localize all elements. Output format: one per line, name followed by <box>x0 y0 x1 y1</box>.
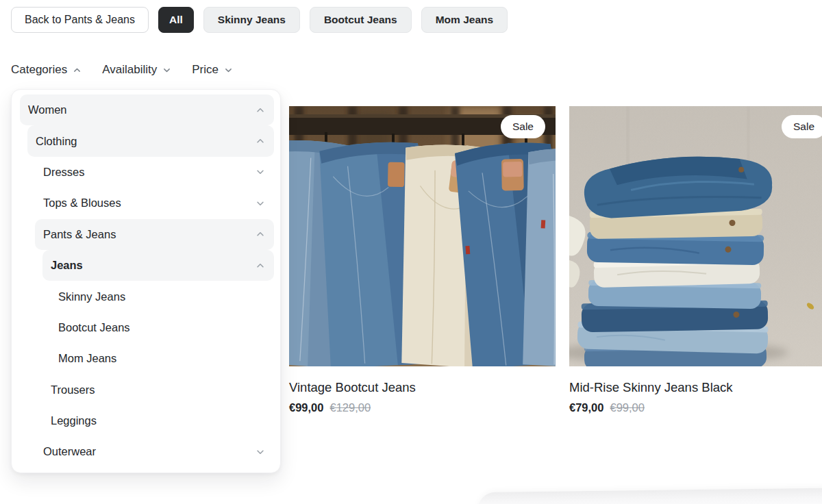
filter-label: Price <box>192 63 219 77</box>
category-item-trousers[interactable]: Trousers <box>42 375 274 405</box>
category-item-leggings[interactable]: Leggings <box>42 405 274 436</box>
category-item-tops-blouses[interactable]: Tops & Blouses <box>35 188 274 218</box>
category-label: Clothing <box>27 135 77 148</box>
category-item-dresses[interactable]: Dresses <box>35 157 274 188</box>
product-title[interactable]: Vintage Bootcut Jeans <box>289 380 556 395</box>
filter-categories[interactable]: Categories <box>11 63 82 77</box>
category-item-skinny-jeans[interactable]: Skinny Jeans <box>50 281 274 312</box>
chevron-up-icon <box>256 261 265 270</box>
category-label: Tops & Blouses <box>35 197 121 210</box>
filter-bar: CategoriesAvailabilityPrice <box>11 61 233 79</box>
chevron-down-icon <box>256 447 265 457</box>
chevron-down-icon <box>224 66 233 75</box>
next-row-surface <box>477 488 822 504</box>
category-label: Leggings <box>42 414 97 427</box>
product-compare-price: €99,00 <box>610 401 644 414</box>
chevron-down-icon <box>256 199 265 208</box>
subcategory-chips: AllSkinny JeansBootcut JeansMom Jeans <box>158 7 508 33</box>
chip-bootcut-jeans[interactable]: Bootcut Jeans <box>310 7 412 33</box>
filter-price[interactable]: Price <box>192 63 233 77</box>
category-label: Pants & Jeans <box>35 228 116 241</box>
chevron-up-icon <box>73 66 82 75</box>
chip-all[interactable]: All <box>158 7 194 33</box>
filter-availability[interactable]: Availability <box>102 63 171 77</box>
category-item-outerwear[interactable]: Outerwear <box>35 436 274 467</box>
categories-dropdown-panel: WomenClothingDressesTops & BlousesPants … <box>11 89 281 473</box>
product-compare-price: €129,00 <box>329 401 371 414</box>
category-item-clothing[interactable]: Clothing <box>27 125 274 156</box>
product-title[interactable]: Mid-Rise Skinny Jeans Black <box>569 380 822 395</box>
product-price: €99,00 <box>289 401 323 414</box>
chevron-down-icon <box>256 167 265 177</box>
category-label: Women <box>20 103 67 116</box>
stacked-jeans-photo <box>569 106 822 366</box>
chip-skinny-jeans[interactable]: Skinny Jeans <box>203 7 300 33</box>
category-label: Skinny Jeans <box>50 290 125 303</box>
product-card: Sale Mid-Rise Skinny Jeans Black €79,00 … <box>569 106 822 414</box>
filter-label: Availability <box>102 63 157 77</box>
toolbar: Back to Pants & Jeans AllSkinny JeansBoo… <box>11 7 508 33</box>
product-card: Sale Vintage Bootcut Jeans €99,00 €129,0… <box>289 106 556 414</box>
hanging-jeans-photo <box>289 106 556 366</box>
category-item-jeans[interactable]: Jeans <box>42 250 274 281</box>
product-image[interactable]: Sale <box>289 106 556 366</box>
back-button[interactable]: Back to Pants & Jeans <box>11 7 149 33</box>
chevron-up-icon <box>256 229 265 239</box>
chevron-down-icon <box>162 66 171 75</box>
category-item-mom-jeans[interactable]: Mom Jeans <box>50 343 274 374</box>
category-label: Trousers <box>42 383 95 396</box>
chevron-up-icon <box>256 105 265 115</box>
sale-badge: Sale <box>501 115 545 138</box>
category-item-women[interactable]: Women <box>20 94 274 125</box>
category-item-bootcut-jeans[interactable]: Bootcut Jeans <box>50 312 274 343</box>
category-label: Jeans <box>42 259 83 272</box>
category-label: Outerwear <box>35 445 96 458</box>
chevron-up-icon <box>256 136 265 146</box>
sale-badge: Sale <box>782 115 822 138</box>
category-item-pants-jeans[interactable]: Pants & Jeans <box>35 219 274 250</box>
category-label: Bootcut Jeans <box>50 321 130 334</box>
filter-label: Categories <box>11 63 67 77</box>
category-label: Mom Jeans <box>50 352 116 365</box>
product-image[interactable]: Sale <box>569 106 822 366</box>
product-prices: €99,00 €129,00 <box>289 401 556 414</box>
chip-mom-jeans[interactable]: Mom Jeans <box>421 7 508 33</box>
product-prices: €79,00 €99,00 <box>569 401 822 414</box>
category-label: Dresses <box>35 166 85 179</box>
product-price: €79,00 <box>569 401 603 414</box>
